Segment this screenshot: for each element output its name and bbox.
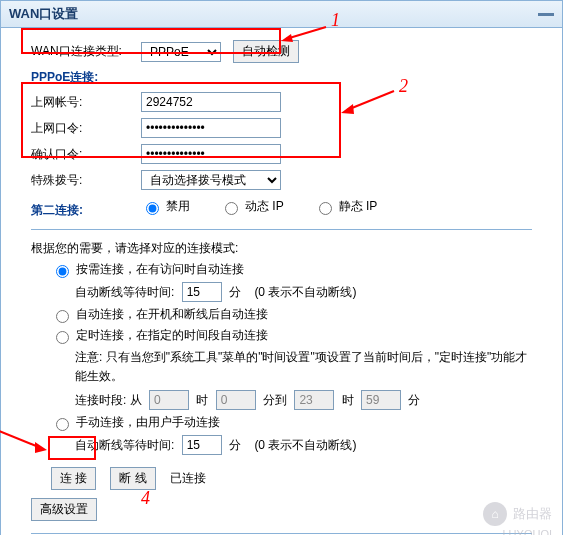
second-conn-static[interactable]: 静态 IP <box>314 198 378 215</box>
minimize-icon[interactable] <box>538 13 554 16</box>
wan-type-label: WAN口连接类型: <box>31 43 141 60</box>
confirm-label: 确认口令: <box>31 146 141 163</box>
mode-auto[interactable]: 自动连接，在开机和断线后自动连接 <box>51 306 532 323</box>
second-conn-disabled[interactable]: 禁用 <box>141 198 190 215</box>
titlebar: WAN口设置 <box>1 1 562 28</box>
auto-detect-button[interactable]: 自动检测 <box>233 40 299 63</box>
special-dial-label: 特殊拨号: <box>31 172 141 189</box>
idle-time-input-2[interactable] <box>182 435 222 455</box>
mode-timed[interactable]: 定时连接，在指定的时间段自动连接 <box>51 327 532 344</box>
pppoe-fieldset: PPPoE连接: 上网帐号: 上网口令: 确认口令: 特殊拨号: 自动选择拨号模… <box>31 69 532 223</box>
to-min-input <box>361 390 401 410</box>
window-title: WAN口设置 <box>9 5 78 23</box>
disconnect-button[interactable]: 断 线 <box>110 467 155 490</box>
special-dial-select[interactable]: 自动选择拨号模式 <box>141 170 281 190</box>
wan-settings-window: WAN口设置 WAN口连接类型: PPPoE 自动检测 PPPoE连接: 上网帐… <box>0 0 563 535</box>
watermark-sub: LUYOUQI <box>502 528 552 535</box>
idle-label: 自动断线等待时间: <box>75 285 174 299</box>
mode-demand[interactable]: 按需连接，在有访问时自动连接 <box>51 261 532 278</box>
advanced-settings-button[interactable]: 高级设置 <box>31 498 97 521</box>
mode-intro: 根据您的需要，请选择对应的连接模式: <box>31 240 532 257</box>
from-min-input <box>216 390 256 410</box>
connection-type-row: WAN口连接类型: PPPoE 自动检测 <box>31 40 532 63</box>
mode-manual[interactable]: 手动连接，由用户手动连接 <box>51 414 532 431</box>
password-label: 上网口令: <box>31 120 141 137</box>
account-input[interactable] <box>141 92 281 112</box>
idle-time-input[interactable] <box>182 282 222 302</box>
pppoe-legend: PPPoE连接: <box>31 69 532 86</box>
period-label: 连接时段: 从 <box>75 393 142 407</box>
watermark: ⌂ 路由器 <box>483 502 552 526</box>
router-icon: ⌂ <box>483 502 507 526</box>
second-connection-label: 第二连接: <box>31 202 141 219</box>
arrow-3 <box>0 428 54 458</box>
svg-line-4 <box>0 431 41 448</box>
connection-status: 已连接 <box>170 470 206 487</box>
account-label: 上网帐号: <box>31 94 141 111</box>
to-hour-input <box>294 390 334 410</box>
wan-type-select[interactable]: PPPoE <box>141 42 221 62</box>
confirm-password-input[interactable] <box>141 144 281 164</box>
connect-button[interactable]: 连 接 <box>51 467 96 490</box>
window-body: WAN口连接类型: PPPoE 自动检测 PPPoE连接: 上网帐号: 上网口令… <box>1 28 562 535</box>
svg-marker-5 <box>35 442 47 453</box>
idle-note: (0 表示不自动断线) <box>254 285 356 299</box>
svg-line-0 <box>286 27 326 39</box>
second-conn-dynamic[interactable]: 动态 IP <box>220 198 284 215</box>
password-input[interactable] <box>141 118 281 138</box>
connection-modes: 按需连接，在有访问时自动连接 自动断线等待时间: 分 (0 表示不自动断线) 自… <box>51 261 532 490</box>
from-hour-input <box>149 390 189 410</box>
timed-note: 注意: 只有当您到"系统工具"菜单的"时间设置"项设置了当前时间后，"定时连接"… <box>75 348 532 386</box>
